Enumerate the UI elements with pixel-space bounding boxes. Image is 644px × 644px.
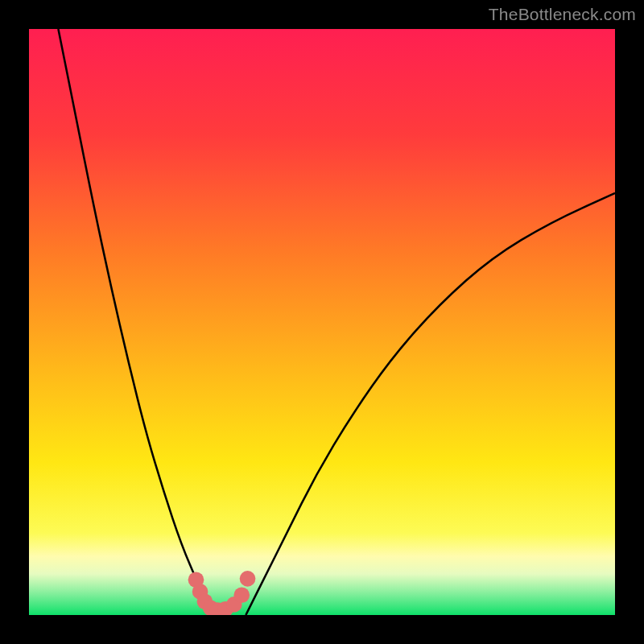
valley-dot (233, 587, 250, 603)
gradient-background (29, 29, 615, 615)
watermark-text: TheBottleneck.com (489, 5, 636, 24)
chart-frame: TheBottleneck.com (0, 0, 644, 644)
plot-area (29, 29, 615, 615)
bottleneck-curve-chart (29, 29, 615, 615)
valley-dot (240, 571, 256, 587)
